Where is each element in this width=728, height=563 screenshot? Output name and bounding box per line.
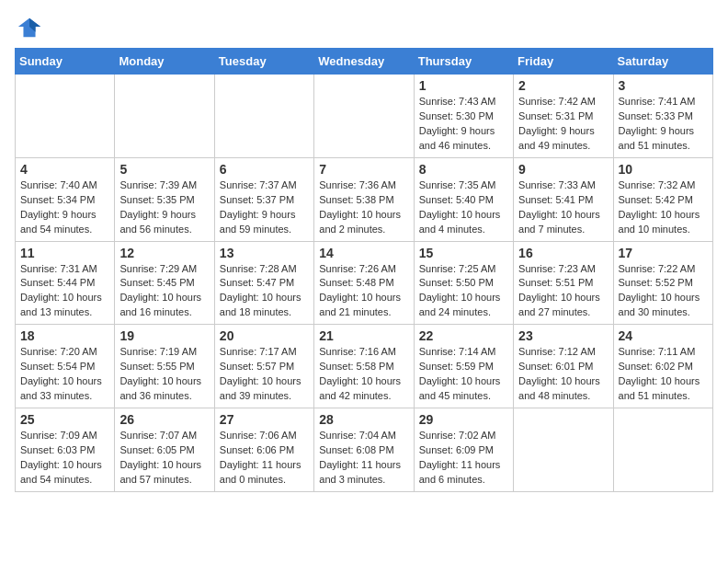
calendar-cell: 9Sunrise: 7:33 AMSunset: 5:41 PMDaylight… [514, 157, 613, 241]
day-number: 13 [220, 246, 309, 260]
day-number: 18 [20, 328, 109, 343]
weekday-header-saturday: Saturday [613, 49, 712, 75]
calendar-cell [613, 408, 712, 492]
day-info: Sunrise: 7:40 AMSunset: 5:34 PMDaylight:… [20, 178, 109, 237]
day-info: Sunrise: 7:37 AMSunset: 5:37 PMDaylight:… [220, 178, 309, 237]
calendar-cell: 15Sunrise: 7:25 AMSunset: 5:50 PMDayligh… [414, 241, 513, 325]
calendar-week-5: 25Sunrise: 7:09 AMSunset: 6:03 PMDayligh… [16, 408, 713, 492]
day-number: 20 [220, 328, 309, 343]
calendar-cell: 3Sunrise: 7:41 AMSunset: 5:33 PMDaylight… [613, 75, 712, 158]
day-info: Sunrise: 7:09 AMSunset: 6:03 PMDaylight:… [20, 429, 109, 488]
calendar-cell: 12Sunrise: 7:29 AMSunset: 5:45 PMDayligh… [115, 241, 214, 325]
calendar-cell: 2Sunrise: 7:42 AMSunset: 5:31 PMDaylight… [514, 75, 613, 158]
calendar-cell: 7Sunrise: 7:36 AMSunset: 5:38 PMDaylight… [314, 157, 414, 241]
day-number: 7 [319, 162, 408, 177]
weekday-header-sunday: Sunday [16, 49, 115, 75]
calendar-week-3: 11Sunrise: 7:31 AMSunset: 5:44 PMDayligh… [16, 241, 713, 325]
day-number: 14 [319, 246, 408, 260]
day-number: 17 [619, 246, 708, 260]
day-info: Sunrise: 7:16 AMSunset: 5:58 PMDaylight:… [319, 345, 408, 404]
day-info: Sunrise: 7:42 AMSunset: 5:31 PMDaylight:… [518, 95, 608, 154]
calendar-cell: 19Sunrise: 7:19 AMSunset: 5:55 PMDayligh… [115, 325, 214, 408]
day-info: Sunrise: 7:36 AMSunset: 5:38 PMDaylight:… [319, 178, 408, 237]
day-info: Sunrise: 7:17 AMSunset: 5:57 PMDaylight:… [220, 345, 309, 404]
calendar-cell: 22Sunrise: 7:14 AMSunset: 5:59 PMDayligh… [414, 325, 513, 408]
day-number: 15 [419, 246, 508, 260]
calendar-week-4: 18Sunrise: 7:20 AMSunset: 5:54 PMDayligh… [16, 325, 713, 408]
day-info: Sunrise: 7:41 AMSunset: 5:33 PMDaylight:… [619, 95, 708, 154]
calendar-cell: 23Sunrise: 7:12 AMSunset: 6:01 PMDayligh… [514, 325, 613, 408]
weekday-header-friday: Friday [514, 49, 613, 75]
day-number: 29 [419, 412, 508, 427]
header [15, 15, 713, 40]
calendar-cell: 21Sunrise: 7:16 AMSunset: 5:58 PMDayligh… [314, 325, 414, 408]
day-number: 28 [319, 412, 408, 427]
weekday-header-thursday: Thursday [414, 49, 513, 75]
day-info: Sunrise: 7:35 AMSunset: 5:40 PMDaylight:… [419, 178, 508, 237]
day-number: 10 [619, 162, 708, 177]
calendar-cell [314, 75, 414, 158]
day-info: Sunrise: 7:19 AMSunset: 5:55 PMDaylight:… [119, 345, 209, 404]
day-number: 23 [518, 328, 608, 343]
day-number: 19 [119, 328, 209, 343]
day-number: 5 [119, 162, 209, 177]
day-info: Sunrise: 7:31 AMSunset: 5:44 PMDaylight:… [20, 262, 109, 321]
day-number: 11 [20, 246, 109, 260]
day-info: Sunrise: 7:33 AMSunset: 5:41 PMDaylight:… [518, 178, 608, 237]
day-number: 12 [119, 246, 209, 260]
day-info: Sunrise: 7:26 AMSunset: 5:48 PMDaylight:… [319, 262, 408, 321]
day-number: 16 [518, 246, 608, 260]
day-info: Sunrise: 7:39 AMSunset: 5:35 PMDaylight:… [119, 178, 209, 237]
calendar-cell: 14Sunrise: 7:26 AMSunset: 5:48 PMDayligh… [314, 241, 414, 325]
day-number: 21 [319, 328, 408, 343]
day-number: 25 [20, 412, 109, 427]
calendar-cell: 17Sunrise: 7:22 AMSunset: 5:52 PMDayligh… [613, 241, 712, 325]
day-number: 4 [20, 162, 109, 177]
calendar-cell: 5Sunrise: 7:39 AMSunset: 5:35 PMDaylight… [115, 157, 214, 241]
calendar-cell: 20Sunrise: 7:17 AMSunset: 5:57 PMDayligh… [214, 325, 313, 408]
day-info: Sunrise: 7:04 AMSunset: 6:08 PMDaylight:… [319, 429, 408, 488]
day-info: Sunrise: 7:25 AMSunset: 5:50 PMDaylight:… [419, 262, 508, 321]
day-info: Sunrise: 7:06 AMSunset: 6:06 PMDaylight:… [220, 429, 309, 488]
day-info: Sunrise: 7:29 AMSunset: 5:45 PMDaylight:… [119, 262, 209, 321]
day-number: 9 [518, 162, 608, 177]
day-info: Sunrise: 7:23 AMSunset: 5:51 PMDaylight:… [518, 262, 608, 321]
calendar-cell: 27Sunrise: 7:06 AMSunset: 6:06 PMDayligh… [214, 408, 313, 492]
calendar-cell: 13Sunrise: 7:28 AMSunset: 5:47 PMDayligh… [214, 241, 313, 325]
calendar-cell: 16Sunrise: 7:23 AMSunset: 5:51 PMDayligh… [514, 241, 613, 325]
day-info: Sunrise: 7:32 AMSunset: 5:42 PMDaylight:… [619, 178, 708, 237]
calendar-week-2: 4Sunrise: 7:40 AMSunset: 5:34 PMDaylight… [16, 157, 713, 241]
calendar-cell: 6Sunrise: 7:37 AMSunset: 5:37 PMDaylight… [214, 157, 313, 241]
day-number: 8 [419, 162, 508, 177]
calendar-cell: 25Sunrise: 7:09 AMSunset: 6:03 PMDayligh… [16, 408, 115, 492]
day-number: 2 [518, 78, 608, 93]
day-number: 26 [119, 412, 209, 427]
calendar-cell: 26Sunrise: 7:07 AMSunset: 6:05 PMDayligh… [115, 408, 214, 492]
day-number: 1 [419, 78, 508, 93]
calendar-cell: 18Sunrise: 7:20 AMSunset: 5:54 PMDayligh… [16, 325, 115, 408]
calendar-cell [16, 75, 115, 158]
calendar-cell: 24Sunrise: 7:11 AMSunset: 6:02 PMDayligh… [613, 325, 712, 408]
day-info: Sunrise: 7:02 AMSunset: 6:09 PMDaylight:… [419, 429, 508, 488]
logo-bird-icon [17, 15, 42, 40]
calendar-table: SundayMondayTuesdayWednesdayThursdayFrid… [15, 48, 713, 492]
day-info: Sunrise: 7:07 AMSunset: 6:05 PMDaylight:… [119, 429, 209, 488]
logo [15, 15, 42, 40]
day-info: Sunrise: 7:14 AMSunset: 5:59 PMDaylight:… [419, 345, 508, 404]
day-info: Sunrise: 7:12 AMSunset: 6:01 PMDaylight:… [518, 345, 608, 404]
day-info: Sunrise: 7:28 AMSunset: 5:47 PMDaylight:… [220, 262, 309, 321]
day-info: Sunrise: 7:43 AMSunset: 5:30 PMDaylight:… [419, 95, 508, 154]
day-number: 27 [220, 412, 309, 427]
weekday-header-wednesday: Wednesday [314, 49, 414, 75]
calendar-cell [115, 75, 214, 158]
calendar-cell: 11Sunrise: 7:31 AMSunset: 5:44 PMDayligh… [16, 241, 115, 325]
calendar-cell [514, 408, 613, 492]
day-number: 3 [619, 78, 708, 93]
calendar-cell: 8Sunrise: 7:35 AMSunset: 5:40 PMDaylight… [414, 157, 513, 241]
calendar-cell [214, 75, 313, 158]
day-info: Sunrise: 7:11 AMSunset: 6:02 PMDaylight:… [619, 345, 708, 404]
weekday-header-monday: Monday [115, 49, 214, 75]
weekday-header-tuesday: Tuesday [214, 49, 313, 75]
day-info: Sunrise: 7:22 AMSunset: 5:52 PMDaylight:… [619, 262, 708, 321]
day-number: 24 [619, 328, 708, 343]
